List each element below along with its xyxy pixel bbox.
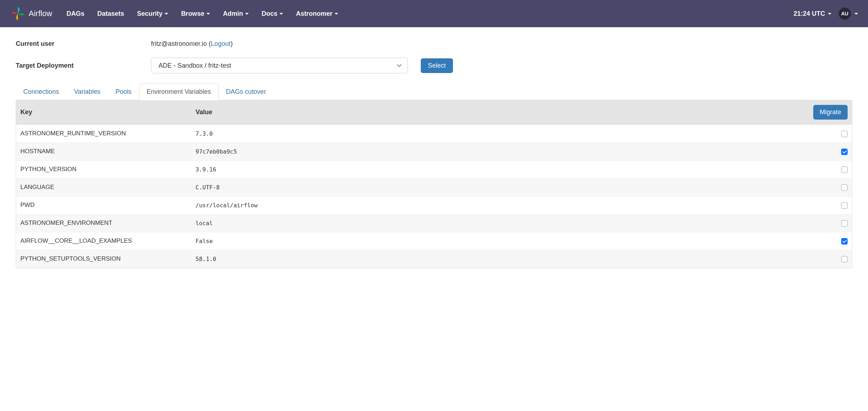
target-deployment-row: Target Deployment ADE - Sandbox / fritz-… bbox=[16, 58, 852, 73]
nav-item-dags[interactable]: DAGs bbox=[67, 10, 84, 18]
caret-down-icon bbox=[854, 13, 858, 15]
tabs: ConnectionsVariablesPoolsEnvironment Var… bbox=[16, 83, 852, 100]
nav-item-docs[interactable]: Docs bbox=[262, 10, 283, 18]
row-checkbox[interactable] bbox=[841, 184, 848, 191]
cell-value: local bbox=[191, 214, 802, 232]
row-checkbox[interactable] bbox=[841, 220, 848, 227]
chevron-down-icon bbox=[397, 64, 402, 67]
cell-value: 97c7eb0ba9c5 bbox=[191, 142, 802, 160]
avatar: AU bbox=[839, 8, 851, 20]
cell-key: PYTHON_VERSION bbox=[16, 160, 191, 178]
nav-item-label: Docs bbox=[262, 10, 277, 18]
cell-key: LANGUAGE bbox=[16, 178, 191, 196]
row-checkbox[interactable] bbox=[841, 166, 848, 173]
cell-value: /usr/local/airflow bbox=[191, 196, 802, 214]
logout-link[interactable]: Logout bbox=[211, 40, 230, 47]
current-user-label: Current user bbox=[16, 40, 151, 48]
nav-time[interactable]: 21:24 UTC bbox=[794, 10, 832, 18]
select-button[interactable]: Select bbox=[421, 58, 453, 73]
caret-down-icon bbox=[206, 13, 210, 15]
current-user-value: fritz@astronomer.io (Logout) bbox=[151, 40, 233, 48]
tab-dags-cutover[interactable]: DAGs cutover bbox=[219, 83, 274, 100]
nav-right: 21:24 UTC AU bbox=[794, 8, 858, 20]
row-checkbox[interactable] bbox=[841, 238, 848, 245]
table-row: PYTHON_SETUPTOOLS_VERSION58.1.0 bbox=[16, 250, 852, 268]
select-value: ADE - Sandbox / fritz-test bbox=[159, 62, 231, 69]
brand[interactable]: Airflow bbox=[10, 6, 52, 21]
airflow-logo-icon bbox=[10, 6, 26, 21]
target-deployment-controls: ADE - Sandbox / fritz-test Select bbox=[151, 58, 453, 73]
nav-item-label: DAGs bbox=[67, 10, 84, 18]
nav-item-admin[interactable]: Admin bbox=[223, 10, 249, 18]
table-row: PYTHON_VERSION3.9.16 bbox=[16, 160, 852, 178]
caret-down-icon bbox=[335, 13, 338, 15]
target-deployment-label: Target Deployment bbox=[16, 62, 151, 69]
time-text: 21:24 UTC bbox=[794, 10, 825, 18]
brand-text: Airflow bbox=[29, 9, 52, 18]
caret-down-icon bbox=[245, 13, 249, 15]
nav-item-label: Browse bbox=[181, 10, 204, 18]
tab-variables[interactable]: Variables bbox=[67, 83, 108, 100]
nav-item-label: Admin bbox=[223, 10, 243, 18]
table-row: ASTRONOMER_ENVIRONMENTlocal bbox=[16, 214, 852, 232]
col-key: Key bbox=[16, 100, 191, 125]
cell-value: 3.9.16 bbox=[191, 160, 802, 178]
tab-environment-variables[interactable]: Environment Variables bbox=[139, 83, 219, 100]
cell-checkbox bbox=[802, 232, 852, 250]
cell-checkbox bbox=[802, 178, 852, 196]
tab-pools[interactable]: Pools bbox=[108, 83, 139, 100]
caret-down-icon bbox=[828, 13, 832, 15]
target-deployment-select[interactable]: ADE - Sandbox / fritz-test bbox=[151, 58, 408, 73]
nav-item-label: Security bbox=[137, 10, 162, 18]
table-row: HOSTNAME97c7eb0ba9c5 bbox=[16, 142, 852, 160]
migrate-button[interactable]: Migrate bbox=[813, 105, 848, 120]
row-checkbox[interactable] bbox=[841, 202, 848, 209]
tab-connections[interactable]: Connections bbox=[16, 83, 67, 100]
nav-item-astronomer[interactable]: Astronomer bbox=[296, 10, 338, 18]
cell-key: PWD bbox=[16, 196, 191, 214]
nav-item-security[interactable]: Security bbox=[137, 10, 168, 18]
nav-item-browse[interactable]: Browse bbox=[181, 10, 210, 18]
cell-value: False bbox=[191, 232, 802, 250]
content: Current user fritz@astronomer.io (Logout… bbox=[0, 27, 868, 275]
table-row: LANGUAGEC.UTF-8 bbox=[16, 178, 852, 196]
col-migrate: Migrate bbox=[802, 100, 852, 125]
cell-checkbox bbox=[802, 160, 852, 178]
cell-checkbox bbox=[802, 214, 852, 232]
cell-key: ASTRONOMER_ENVIRONMENT bbox=[16, 214, 191, 232]
nav-item-label: Datasets bbox=[97, 10, 124, 18]
table-header-row: Key Value Migrate bbox=[16, 100, 852, 125]
cell-key: AIRFLOW__CORE__LOAD_EXAMPLES bbox=[16, 232, 191, 250]
nav-items: DAGsDatasetsSecurityBrowseAdminDocsAstro… bbox=[67, 10, 794, 18]
env-vars-table: Key Value Migrate ASTRONOMER_RUNTIME_VER… bbox=[16, 100, 852, 268]
row-checkbox[interactable] bbox=[841, 131, 848, 137]
row-checkbox[interactable] bbox=[841, 149, 848, 155]
table-row: PWD/usr/local/airflow bbox=[16, 196, 852, 214]
cell-value: 58.1.0 bbox=[191, 250, 802, 268]
current-user-row: Current user fritz@astronomer.io (Logout… bbox=[16, 40, 852, 48]
user-menu[interactable]: AU bbox=[839, 8, 858, 20]
cell-value: C.UTF-8 bbox=[191, 178, 802, 196]
cell-checkbox bbox=[802, 196, 852, 214]
cell-value: 7.3.0 bbox=[191, 125, 802, 142]
row-checkbox[interactable] bbox=[841, 256, 848, 262]
navbar: Airflow DAGsDatasetsSecurityBrowseAdminD… bbox=[0, 0, 868, 27]
table-row: AIRFLOW__CORE__LOAD_EXAMPLESFalse bbox=[16, 232, 852, 250]
user-email: fritz@astronomer.io bbox=[151, 40, 207, 47]
nav-item-datasets[interactable]: Datasets bbox=[97, 10, 124, 18]
caret-down-icon bbox=[279, 13, 283, 15]
table-row: ASTRONOMER_RUNTIME_VERSION7.3.0 bbox=[16, 125, 852, 142]
cell-key: PYTHON_SETUPTOOLS_VERSION bbox=[16, 250, 191, 268]
caret-down-icon bbox=[165, 13, 168, 15]
cell-key: HOSTNAME bbox=[16, 142, 191, 160]
col-value: Value bbox=[191, 100, 802, 125]
cell-checkbox bbox=[802, 142, 852, 160]
cell-key: ASTRONOMER_RUNTIME_VERSION bbox=[16, 125, 191, 142]
cell-checkbox bbox=[802, 125, 852, 142]
nav-item-label: Astronomer bbox=[296, 10, 332, 18]
cell-checkbox bbox=[802, 250, 852, 268]
